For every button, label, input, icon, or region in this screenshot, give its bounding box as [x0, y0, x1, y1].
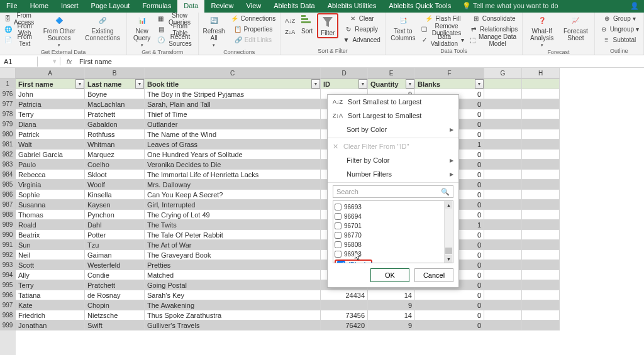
scroll-up-icon[interactable]: ▲	[445, 201, 452, 209]
cell[interactable]	[484, 129, 522, 139]
cell[interactable]: Westerfeld	[85, 260, 145, 270]
cell[interactable]: Diana	[16, 119, 85, 129]
tab-page-layout[interactable]: Page Layout	[85, 0, 136, 13]
row-header[interactable]: 976	[0, 89, 16, 99]
cell[interactable]	[522, 280, 560, 290]
cell[interactable]: Sun	[16, 240, 85, 250]
tab-formulas[interactable]: Formulas	[136, 0, 177, 13]
row-header[interactable]: 990	[0, 230, 16, 240]
row-header[interactable]: 983	[0, 160, 16, 170]
cell[interactable]: The Graveyard Book	[145, 250, 321, 260]
filter-dropdown-button[interactable]: ▼	[406, 79, 414, 89]
subtotal-button[interactable]: ≡Subtotal	[597, 35, 641, 45]
cell[interactable]	[522, 190, 560, 200]
cell[interactable]: The Crying of Lot 49	[145, 210, 321, 220]
cell[interactable]	[484, 89, 522, 99]
sort-button[interactable]: Sort	[298, 13, 316, 35]
table-header[interactable]: ID▼	[321, 79, 368, 89]
cell[interactable]: 14	[368, 290, 415, 300]
data-model-button[interactable]: ⬚Manage Data Model	[467, 35, 519, 45]
cell[interactable]: 14	[368, 310, 415, 320]
cell[interactable]	[522, 79, 560, 89]
row-header[interactable]: 999	[0, 320, 16, 330]
row-header[interactable]: 997	[0, 300, 16, 310]
cell[interactable]: Matched	[145, 270, 321, 280]
cell[interactable]	[484, 119, 522, 129]
cell[interactable]	[522, 89, 560, 99]
cell[interactable]: Pratchett	[85, 280, 145, 290]
cell[interactable]	[522, 170, 560, 180]
cell[interactable]: de Rosnay	[85, 290, 145, 300]
cell[interactable]: Gabaldon	[85, 119, 145, 129]
row-header[interactable]: 977	[0, 99, 16, 109]
checkbox-input[interactable]	[335, 204, 341, 210]
cell[interactable]: Sarah's Key	[145, 290, 321, 300]
cell[interactable]: Dahl	[85, 220, 145, 230]
filter-dropdown-button[interactable]: ▼	[358, 79, 367, 89]
column-header[interactable]: H	[522, 68, 560, 79]
text-to-columns-button[interactable]: 📑Text to Columns	[388, 13, 418, 41]
cell[interactable]: Pynchon	[85, 210, 145, 220]
cell[interactable]: Outlander	[145, 119, 321, 129]
cell[interactable]: Marquez	[85, 150, 145, 160]
cell[interactable]: 24434	[321, 290, 368, 300]
column-header[interactable]: G	[484, 68, 522, 79]
cell[interactable]: 73456	[321, 310, 368, 320]
cell[interactable]: Patrick	[16, 129, 85, 139]
existing-connections-button[interactable]: 🔗Existing Connections	[81, 13, 124, 41]
new-query-button[interactable]: 📊New Query▾	[130, 13, 155, 48]
checkbox-input[interactable]	[335, 241, 341, 248]
sort-ascending-item[interactable]: A↓ZSort Smallest to Largest	[328, 95, 458, 109]
row-header[interactable]: 981	[0, 139, 16, 150]
advanced-button[interactable]: ▼Advanced	[340, 35, 382, 45]
cell[interactable]	[522, 150, 560, 160]
properties-button[interactable]: 📋Properties	[228, 24, 278, 35]
cell[interactable]	[484, 260, 522, 270]
cell[interactable]: Boyne	[85, 89, 145, 99]
row-header[interactable]: 989	[0, 220, 16, 230]
column-header[interactable]: E	[368, 68, 415, 79]
cell[interactable]: Roald	[16, 220, 85, 230]
tab-data[interactable]: Data	[177, 0, 204, 13]
cell[interactable]	[484, 310, 522, 320]
table-header[interactable]: Quantity▼	[368, 79, 415, 89]
row-header[interactable]: 987	[0, 200, 16, 210]
cell[interactable]: 0	[415, 310, 484, 320]
cell[interactable]: Scott	[16, 260, 85, 270]
cell[interactable]: The Awakening	[145, 300, 321, 310]
filter-dropdown-button[interactable]: ▼	[135, 79, 144, 89]
cell[interactable]: Thomas	[16, 210, 85, 220]
cell[interactable]: Terry	[16, 280, 85, 290]
cell[interactable]: Paulo	[16, 160, 85, 170]
what-if-button[interactable]: ❓What-If Analysis▾	[525, 13, 558, 48]
sort-az-button[interactable]: A↓Z	[283, 16, 297, 26]
cell[interactable]: Neil	[16, 250, 85, 260]
cell[interactable]: Thus Spoke Zarathustra	[145, 310, 321, 320]
tab-ablebits-quick-tools[interactable]: Ablebits Quick Tools	[382, 0, 457, 13]
connections-button[interactable]: ⚡Connections	[228, 13, 278, 24]
filter-value-checkbox[interactable]: 96770	[335, 231, 452, 240]
row-header[interactable]: 979	[0, 119, 16, 129]
row-header[interactable]: 988	[0, 210, 16, 220]
cell[interactable]: 0	[415, 320, 484, 330]
filter-scrollbar[interactable]: ▲ ▼	[444, 201, 453, 263]
cell[interactable]: Rebecca	[16, 170, 85, 180]
recent-sources-button[interactable]: 🕘Recent Sources	[155, 35, 195, 45]
column-header[interactable]: B	[85, 68, 145, 79]
tab-file[interactable]: File	[0, 0, 24, 13]
cell[interactable]: Potter	[85, 230, 145, 240]
cell[interactable]: Thief of Time	[145, 109, 321, 119]
row-header[interactable]: 980	[0, 129, 16, 139]
cell[interactable]	[522, 230, 560, 240]
cell[interactable]	[522, 220, 560, 230]
cell[interactable]	[522, 250, 560, 260]
forecast-sheet-button[interactable]: 📈Forecast Sheet	[560, 13, 591, 41]
cell[interactable]	[484, 220, 522, 230]
cell[interactable]: The Boy in the Striped Pyjamas	[145, 89, 321, 99]
formula-input[interactable]: First name	[75, 57, 644, 67]
cell[interactable]: Kaysen	[85, 200, 145, 210]
reapply-button[interactable]: ↻Reapply	[340, 24, 382, 35]
cell[interactable]: The Twits	[145, 220, 321, 230]
cell[interactable]: Kinsella	[85, 190, 145, 200]
table-header[interactable]: First name▼	[16, 79, 85, 89]
